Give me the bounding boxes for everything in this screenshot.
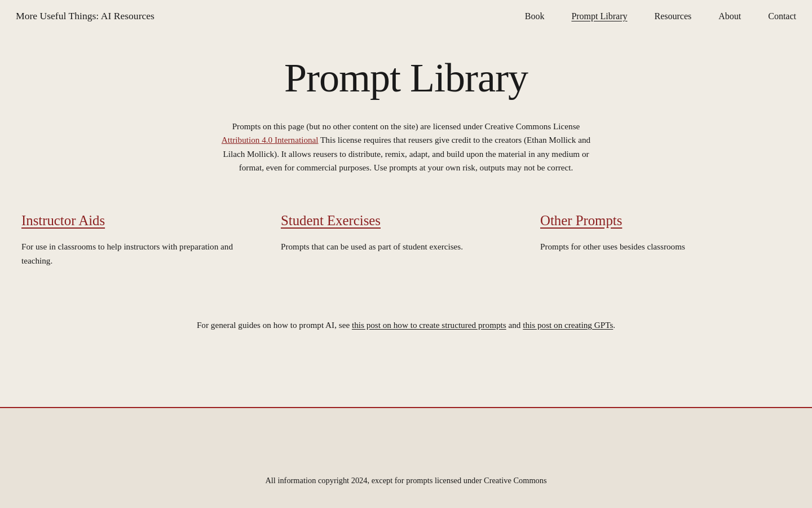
student-exercises-desc: Prompts that can be used as part of stud… xyxy=(281,240,522,253)
site-header: More Useful Things: AI Resources Book Pr… xyxy=(0,0,812,32)
guides-prefix: For general guides on how to prompt AI, … xyxy=(197,320,352,330)
creating-gpts-link[interactable]: this post on creating GPTs xyxy=(523,320,613,330)
student-exercises-title[interactable]: Student Exercises xyxy=(281,213,381,229)
nav-resources[interactable]: Resources xyxy=(654,11,691,21)
license-intro: Prompts on this page (but no other conte… xyxy=(232,121,580,131)
main-content: Prompt Library Prompts on this page (but… xyxy=(0,32,812,407)
instructor-aids-title[interactable]: Instructor Aids xyxy=(21,213,105,229)
footer-copyright: All information copyright 2024, except f… xyxy=(16,476,796,485)
site-footer: All information copyright 2024, except f… xyxy=(0,407,812,508)
other-prompts-title[interactable]: Other Prompts xyxy=(540,213,622,229)
general-guides-section: For general guides on how to prompt AI, … xyxy=(180,318,632,332)
license-link[interactable]: Attribution 4.0 International xyxy=(222,135,319,144)
other-prompts-desc: Prompts for other uses besides classroom… xyxy=(540,240,782,253)
license-block: Prompts on this page (but no other conte… xyxy=(220,120,592,174)
instructor-aids-desc: For use in classrooms to help instructor… xyxy=(21,240,263,268)
nav-about[interactable]: About xyxy=(718,11,741,21)
guides-middle: and xyxy=(506,320,523,330)
nav-prompt-library[interactable]: Prompt Library xyxy=(571,11,627,21)
structured-prompts-link[interactable]: this post on how to create structured pr… xyxy=(352,320,506,330)
nav-contact[interactable]: Contact xyxy=(768,11,796,21)
category-student-exercises: Student Exercises Prompts that can be us… xyxy=(276,202,536,284)
categories-grid: Instructor Aids For use in classrooms to… xyxy=(17,202,795,284)
guides-suffix: . xyxy=(613,320,615,330)
nav-book[interactable]: Book xyxy=(525,11,545,21)
category-instructor-aids: Instructor Aids For use in classrooms to… xyxy=(17,202,276,284)
main-nav: Book Prompt Library Resources About Cont… xyxy=(525,11,796,21)
category-other-prompts: Other Prompts Prompts for other uses bes… xyxy=(536,202,795,284)
site-title[interactable]: More Useful Things: AI Resources xyxy=(16,10,155,22)
page-title: Prompt Library xyxy=(16,55,796,102)
